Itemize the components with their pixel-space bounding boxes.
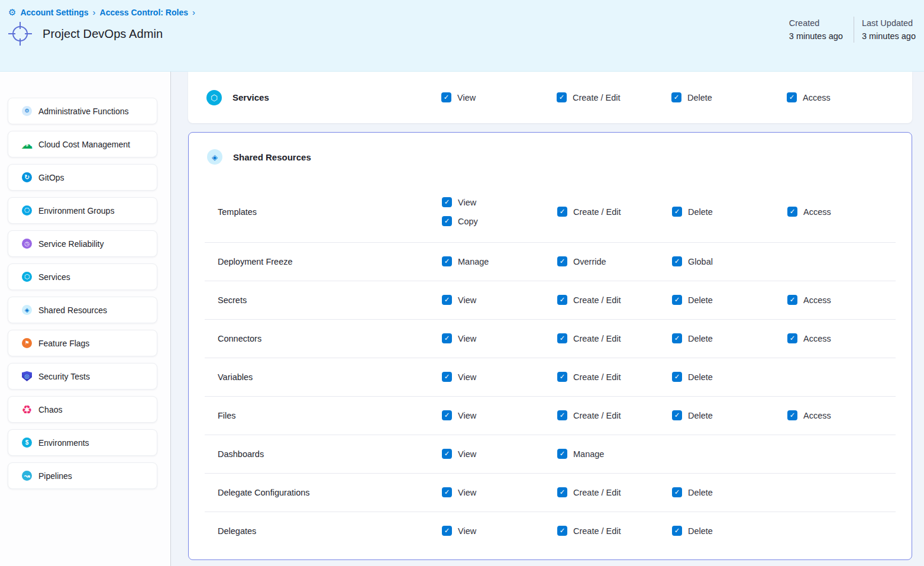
checkbox-checked[interactable]: ✓ xyxy=(787,333,797,343)
checkbox-label: View xyxy=(458,295,476,305)
checkbox-checked[interactable]: ✓ xyxy=(557,295,567,305)
services-permission-cell: ✓View xyxy=(441,92,557,102)
checkbox-checked[interactable]: ✓ xyxy=(557,449,567,459)
main-layout: ⚙ Administrative Functions ☁ Cloud Cost … xyxy=(0,72,924,566)
sidebar-list: ⚙ Administrative Functions ☁ Cloud Cost … xyxy=(0,98,170,489)
checkbox-checked[interactable]: ✓ xyxy=(557,372,567,382)
checkbox-checked[interactable]: ✓ xyxy=(442,333,452,343)
checkbox-checked[interactable]: ✓ xyxy=(442,487,452,497)
sidebar-item-chaos[interactable]: ♻ Chaos xyxy=(8,396,157,423)
permission-cell: ✓Access xyxy=(787,207,912,217)
checkbox-label: Create / Edit xyxy=(573,93,621,102)
created-value: 3 minutes ago xyxy=(789,30,843,43)
checkbox-label: Manage xyxy=(573,449,604,459)
checkbox-checked[interactable]: ✓ xyxy=(672,207,682,217)
checkbox-checked[interactable]: ✓ xyxy=(557,410,567,420)
permission-option: ✓View xyxy=(442,410,557,420)
resource-category-sidebar: ⚙ Administrative Functions ☁ Cloud Cost … xyxy=(0,72,171,566)
breadcrumb-account-settings[interactable]: Account Settings xyxy=(20,8,88,17)
checkbox-checked[interactable]: ✓ xyxy=(672,526,682,536)
sidebar-item-services[interactable]: ⬡ Services xyxy=(8,263,157,290)
checkbox-label: View xyxy=(458,488,476,497)
sidebar-item-pipelines[interactable]: ↝ Pipelines xyxy=(8,462,157,489)
permission-cell: ✓Access xyxy=(787,333,912,343)
checkbox-checked[interactable]: ✓ xyxy=(442,372,452,382)
sidebar-item-security-tests[interactable]: ◎ Security Tests xyxy=(8,363,157,390)
checkbox-label: Delete xyxy=(688,411,713,420)
sidebar-item-environments[interactable]: $ Environments xyxy=(8,429,157,456)
permission-option: ✓Access xyxy=(787,295,912,305)
permission-cell: ✓View✓Copy xyxy=(442,197,557,226)
checkbox-label: Manage xyxy=(458,257,489,266)
checkbox-checked[interactable]: ✓ xyxy=(442,526,452,536)
checkbox-checked[interactable]: ✓ xyxy=(672,487,682,497)
gear-icon: ⚙ xyxy=(22,106,32,116)
checkbox-checked[interactable]: ✓ xyxy=(442,216,452,226)
sidebar-item-environment-groups[interactable]: ⎔ Environment Groups xyxy=(8,197,157,224)
checkbox-checked[interactable]: ✓ xyxy=(672,372,682,382)
checkbox-label: Delete xyxy=(688,526,713,536)
checkbox-checked[interactable]: ✓ xyxy=(557,487,567,497)
checkbox-checked[interactable]: ✓ xyxy=(787,207,797,217)
checkbox-checked[interactable]: ✓ xyxy=(672,410,682,420)
sidebar-item-gitops[interactable]: ↻ GitOps xyxy=(8,164,157,191)
sidebar-item-service-reliability[interactable]: ◷ Service Reliability xyxy=(8,230,157,257)
checkbox-checked[interactable]: ✓ xyxy=(557,256,567,266)
checkbox-label: Create / Edit xyxy=(573,295,621,305)
sidebar-item-feature-flags[interactable]: ⚑ Feature Flags xyxy=(8,330,157,356)
checkbox-checked[interactable]: ✓ xyxy=(672,333,682,343)
permission-cell: ✓Delete xyxy=(672,333,787,343)
permission-option: ✓Create / Edit xyxy=(557,372,672,382)
checkbox-label: Delete xyxy=(687,93,712,102)
permission-cell: ✓Create / Edit xyxy=(557,487,672,497)
permission-cell: ✓Create / Edit xyxy=(557,207,672,217)
breadcrumb: ⚙ Account Settings › Access Control: Rol… xyxy=(0,0,924,17)
checkbox-checked[interactable]: ✓ xyxy=(787,92,797,102)
checkbox-checked[interactable]: ✓ xyxy=(557,526,567,536)
checkbox-checked[interactable]: ✓ xyxy=(442,295,452,305)
permission-cell: ✓View xyxy=(442,372,557,382)
permission-cell: ✓Delete xyxy=(672,295,787,305)
checkbox-checked[interactable]: ✓ xyxy=(442,449,452,459)
permission-option: ✓Access xyxy=(787,92,912,102)
checkbox-checked[interactable]: ✓ xyxy=(787,410,797,420)
checkbox-checked[interactable]: ✓ xyxy=(787,295,797,305)
permission-option: ✓View xyxy=(442,295,557,305)
sidebar-item-label: Security Tests xyxy=(38,372,90,381)
checkbox-checked[interactable]: ✓ xyxy=(672,256,682,266)
checkbox-checked[interactable]: ✓ xyxy=(557,207,567,217)
permission-cell: ✓Delete xyxy=(672,372,787,382)
services-icon: ⬡ xyxy=(206,90,222,105)
checkbox-checked[interactable]: ✓ xyxy=(442,256,452,266)
sidebar-item-label: Pipelines xyxy=(38,471,72,481)
checkbox-checked[interactable]: ✓ xyxy=(557,92,567,102)
sidebar-item-cloud-cost-management[interactable]: ☁ Cloud Cost Management xyxy=(8,131,157,157)
checkbox-checked[interactable]: ✓ xyxy=(442,197,452,207)
breadcrumb-separator-icon: › xyxy=(93,7,96,17)
resource-label: Secrets xyxy=(218,295,247,305)
checkbox-checked[interactable]: ✓ xyxy=(672,295,682,305)
breadcrumb-access-control-roles[interactable]: Access Control: Roles xyxy=(100,8,188,17)
permission-cell: ✓Access xyxy=(787,295,912,305)
breadcrumb-separator-icon: › xyxy=(192,7,195,17)
permission-cell: ✓View xyxy=(442,526,557,536)
permission-cell: ✓View xyxy=(442,333,557,343)
permission-cell: ✓Global xyxy=(672,256,787,266)
permission-option: ✓Create / Edit xyxy=(557,487,672,497)
sidebar-item-administrative-functions[interactable]: ⚙ Administrative Functions xyxy=(8,98,157,124)
sidebar-item-shared-resources[interactable]: ◈ Shared Resources xyxy=(8,297,157,323)
gitops-icon: ↻ xyxy=(22,172,32,182)
permission-option: ✓View xyxy=(442,372,557,382)
checkbox-checked[interactable]: ✓ xyxy=(441,92,451,102)
permission-row: Delegates ✓View ✓Create / Edit ✓Delete xyxy=(189,512,912,550)
checkbox-checked[interactable]: ✓ xyxy=(557,333,567,343)
checkbox-label: Copy xyxy=(458,217,478,226)
permission-cell: ✓Create / Edit xyxy=(557,333,672,343)
shared-resources-card-head: ◈ Shared Resources xyxy=(189,133,912,181)
checkbox-label: View xyxy=(458,411,476,420)
permission-option: ✓Create / Edit xyxy=(557,410,672,420)
resource-label: Connectors xyxy=(218,334,261,343)
checkbox-checked[interactable]: ✓ xyxy=(671,92,681,102)
permission-option: ✓View xyxy=(442,526,557,536)
checkbox-checked[interactable]: ✓ xyxy=(442,410,452,420)
